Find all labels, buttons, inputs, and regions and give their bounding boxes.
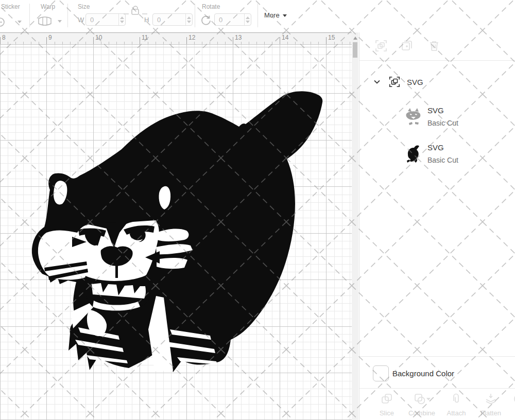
design-canvas[interactable]: 8 9 10 11 12 13 14 15 xyxy=(0,32,352,420)
ruler-label: 15 xyxy=(328,34,335,41)
size-label: Size xyxy=(78,3,90,10)
attach-label: Attach xyxy=(443,409,470,417)
step-up-icon[interactable] xyxy=(187,16,191,19)
rotate-icon[interactable] xyxy=(200,14,212,27)
attach-button[interactable]: Attach xyxy=(443,392,470,417)
layer-name: SVG xyxy=(427,106,444,115)
top-toolbar: Sticker Warp Size W H Rotate xyxy=(0,0,515,32)
horizontal-ruler: 8 9 10 11 12 13 14 15 xyxy=(0,32,352,45)
width-input[interactable] xyxy=(86,14,118,25)
panel-divider xyxy=(359,356,515,357)
toolbar-divider xyxy=(29,4,30,27)
ruler-label: 10 xyxy=(95,34,102,41)
warp-icon[interactable] xyxy=(37,15,53,27)
layer-row[interactable]: SVG Basic Cut xyxy=(359,103,515,135)
sticker-icon[interactable] xyxy=(0,16,7,28)
layer-thumbnail-detail xyxy=(404,106,423,129)
combine-caret-icon[interactable] xyxy=(426,398,431,400)
combine-label: Combine xyxy=(405,409,439,417)
background-color-label: Background Color xyxy=(392,369,454,378)
group-icon[interactable] xyxy=(388,76,401,88)
sticker-caret-icon[interactable] xyxy=(18,21,22,23)
slice-icon xyxy=(380,392,393,406)
duplicate-button[interactable] xyxy=(400,39,414,52)
more-caret-icon[interactable] xyxy=(283,14,287,17)
layer-row[interactable]: SVG Basic Cut xyxy=(359,140,515,172)
raccoon-artwork[interactable] xyxy=(0,45,352,420)
delete-button[interactable] xyxy=(427,39,441,52)
overflow-action-button[interactable] xyxy=(511,392,515,408)
step-down-icon[interactable] xyxy=(120,21,124,23)
combine-button[interactable]: Combine xyxy=(405,392,439,417)
height-field-label: H xyxy=(144,16,149,24)
layer-type: Basic Cut xyxy=(427,156,458,164)
toolbar-divider xyxy=(258,4,258,27)
ruler-label: 8 xyxy=(2,34,6,41)
chevron-down-icon[interactable] xyxy=(373,78,381,86)
scrollbar-thumb[interactable] xyxy=(353,42,357,58)
toolbar-divider xyxy=(195,4,195,27)
ruler-label: 9 xyxy=(48,34,52,41)
layer-type: Basic Cut xyxy=(427,119,458,127)
background-color-swatch[interactable] xyxy=(373,365,389,381)
layer-group-row[interactable]: SVG xyxy=(407,78,423,86)
warp-caret-icon[interactable] xyxy=(58,20,62,23)
ruler-label: 12 xyxy=(188,34,195,41)
scroll-up-icon[interactable] xyxy=(353,37,357,40)
height-input[interactable] xyxy=(153,14,185,25)
sticker-label: Sticker xyxy=(1,3,20,10)
slice-label: Slice xyxy=(374,409,399,417)
contour-icon xyxy=(511,392,515,406)
more-button[interactable]: More xyxy=(264,11,280,19)
attach-icon xyxy=(450,392,463,406)
flatten-button[interactable]: Flatten xyxy=(476,392,506,417)
layer-thumbnail-silhouette xyxy=(404,143,423,166)
slice-button[interactable]: Slice xyxy=(374,392,399,417)
rotate-input[interactable] xyxy=(215,14,244,25)
ruler-label: 14 xyxy=(282,34,288,41)
panel-divider xyxy=(359,388,515,389)
panel-divider xyxy=(359,60,515,61)
flatten-label: Flatten xyxy=(476,409,506,417)
step-down-icon[interactable] xyxy=(246,21,250,23)
rotate-stepper[interactable] xyxy=(244,14,251,25)
size-lock-icon[interactable] xyxy=(123,5,148,16)
warp-label: Warp xyxy=(41,3,55,10)
height-stepper[interactable] xyxy=(185,14,192,25)
layers-panel: Layers Color Sync SVG SVG xyxy=(359,0,515,420)
combine-icon xyxy=(413,392,426,406)
group-button[interactable] xyxy=(374,39,388,52)
toolbar-divider xyxy=(67,4,68,27)
width-field-label: W xyxy=(78,16,84,24)
step-down-icon[interactable] xyxy=(187,21,191,23)
ruler-label: 13 xyxy=(235,34,242,41)
width-field xyxy=(85,13,126,26)
rotate-label: Rotate xyxy=(202,3,220,10)
height-field xyxy=(152,13,193,26)
ruler-label: 11 xyxy=(142,34,148,41)
rotate-field xyxy=(214,13,251,26)
flatten-icon xyxy=(484,392,497,406)
step-up-icon[interactable] xyxy=(246,16,250,19)
layer-name: SVG xyxy=(427,143,444,152)
canvas-scrollbar[interactable] xyxy=(352,32,358,420)
step-up-icon[interactable] xyxy=(120,16,124,19)
